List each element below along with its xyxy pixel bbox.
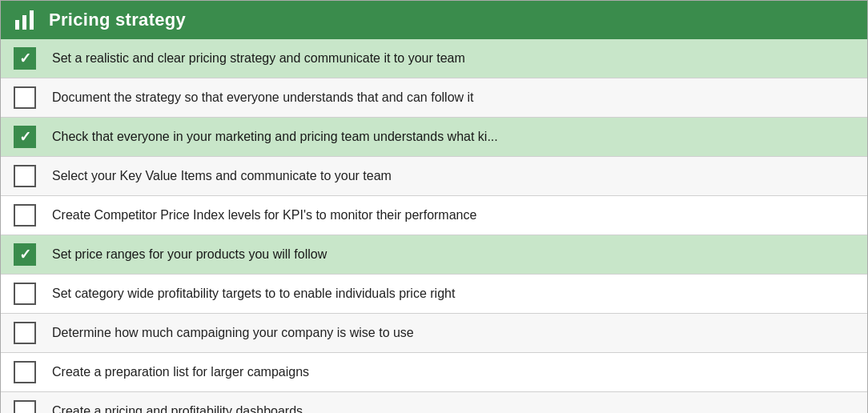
row-text: Create a preparation list for larger cam… [52, 363, 309, 381]
checkmark-icon: ✓ [19, 247, 31, 262]
list-item[interactable]: Create a pricing and profitability dashb… [1, 392, 867, 413]
row-text: Select your Key Value Items and communic… [52, 167, 392, 185]
row-text: Check that everyone in your marketing an… [52, 128, 498, 146]
checkbox-checked[interactable]: ✓ [14, 47, 36, 70]
checkbox-checked[interactable]: ✓ [14, 243, 36, 266]
row-text: Determine how much campaigning your comp… [52, 324, 414, 342]
page-title: Pricing strategy [49, 10, 186, 30]
checkbox-checked[interactable]: ✓ [14, 126, 36, 148]
list-item[interactable]: Set category wide profitability targets … [1, 275, 867, 314]
checklist-header: Pricing strategy [1, 1, 867, 39]
checklist-container: Pricing strategy ✓Set a realistic and cl… [0, 0, 868, 413]
checkbox-unchecked[interactable] [14, 204, 36, 227]
list-item[interactable]: Document the strategy so that everyone u… [1, 78, 867, 118]
checkbox-unchecked[interactable] [14, 165, 36, 187]
svg-rect-1 [22, 15, 26, 30]
checkmark-icon: ✓ [19, 51, 31, 66]
checkbox-unchecked[interactable] [14, 361, 36, 383]
bar-chart-icon [14, 9, 36, 31]
list-item[interactable]: Select your Key Value Items and communic… [1, 157, 867, 196]
list-item[interactable]: ✓Check that everyone in your marketing a… [1, 118, 867, 157]
checkbox-unchecked[interactable] [14, 86, 36, 109]
row-text: Set a realistic and clear pricing strate… [52, 50, 465, 67]
list-item[interactable]: Determine how much campaigning your comp… [1, 314, 867, 353]
list-item[interactable]: Create a preparation list for larger cam… [1, 353, 867, 392]
checkbox-unchecked[interactable] [14, 322, 36, 344]
checklist-rows: ✓Set a realistic and clear pricing strat… [1, 39, 867, 413]
list-item[interactable]: ✓Set price ranges for your products you … [1, 235, 867, 275]
checkmark-icon: ✓ [19, 130, 31, 144]
row-text: Set category wide profitability targets … [52, 285, 455, 303]
svg-rect-0 [15, 20, 19, 30]
list-item[interactable]: Create Competitor Price Index levels for… [1, 196, 867, 235]
svg-rect-2 [30, 10, 34, 30]
row-text: Set price ranges for your products you w… [52, 246, 327, 263]
checkbox-unchecked[interactable] [14, 283, 36, 305]
list-item[interactable]: ✓Set a realistic and clear pricing strat… [1, 39, 867, 78]
row-text: Create Competitor Price Index levels for… [52, 206, 476, 224]
row-text: Document the strategy so that everyone u… [52, 89, 474, 106]
checkbox-unchecked[interactable] [14, 400, 36, 413]
row-text: Create a pricing and profitability dashb… [52, 403, 303, 413]
